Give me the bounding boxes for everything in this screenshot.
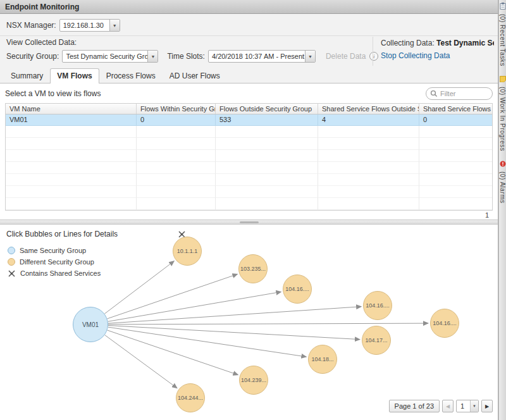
chevron-down-icon[interactable]: ▼ [305,51,315,62]
flow-node-target[interactable]: 10.1.1.1 [173,237,202,266]
chevron-down-icon[interactable]: ▼ [470,400,478,412]
time-slots-value: 4/20/2018 10:37 AM - Present [209,51,305,62]
next-arrow-icon: ▶ [485,404,489,409]
column-header-flows-outside[interactable]: Flows Outside Security Group [216,104,318,114]
nsx-manager-dropdown[interactable]: 192.168.1.30 ▼ [59,19,120,32]
sidebar-tab-label: (0) Work In Progress [499,87,506,151]
search-icon [430,90,438,97]
nsx-manager-label: NSX Manager: [6,21,56,30]
flow-graph-panel: Click Bubbles or Lines for Details Same … [0,225,498,420]
nsx-manager-row: NSX Manager: 192.168.1.30 ▼ [6,18,491,33]
flow-node-target[interactable]: 104.16.... [363,291,392,320]
tab-summary[interactable]: Summary [4,68,50,83]
vm-flows-table: VM Name Flows Within Security Group Flow… [5,103,493,211]
filter-input[interactable] [440,90,487,97]
page-title: Endpoint Monitoring [5,3,79,11]
cell-flows-outside: 533 [216,114,318,126]
caret-glyph: ▼ [472,404,476,408]
table-row-empty [6,174,492,186]
flow-node-target[interactable]: 104.18... [308,345,337,374]
table-row-empty [6,198,492,210]
splitter-grip-icon [240,221,259,223]
column-header-shared-within[interactable]: Shared Service Flows Within Sec [419,104,492,114]
table-caption-row: Select a VM to view its flows [0,83,498,103]
table-row-vm01[interactable]: VM01 0 533 4 0 [6,114,492,126]
flow-node-target[interactable]: 104.17... [362,326,391,355]
column-header-shared-outside[interactable]: Shared Service Flows Outside Security [318,104,419,114]
flow-node-target[interactable]: 104.16.... [430,309,459,338]
tab-vm-flows[interactable]: VM Flows [50,68,99,83]
collecting-data-value: Test Dynamic Security [436,39,494,47]
next-page-button[interactable]: ▶ [481,400,493,412]
tab-ad-user-flows[interactable]: AD User Flows [163,68,227,83]
flow-node-target[interactable]: 104.16.... [283,275,312,304]
table-row-empty [6,150,492,162]
current-page-value: 1 [457,400,470,412]
flow-node-target[interactable]: 104.244... [176,383,205,412]
recent-tasks-icon [500,3,506,11]
page-number-select[interactable]: 1 ▼ [456,400,479,412]
cell-shared-within: 0 [419,114,492,126]
sidebar-tab-work-in-progress[interactable]: (0) Work In Progress [499,75,506,151]
column-header-vm-name[interactable]: VM Name [6,104,137,114]
graph-pagination: Page 1 of 23 ◀ 1 ▼ ▶ [386,400,493,412]
security-group-dropdown[interactable]: Test Dynamic Security Gro ▼ [62,50,158,63]
table-row-empty [6,138,492,150]
page-indicator-button[interactable]: Page 1 of 23 [389,400,440,412]
toolbar-divider [0,35,498,36]
table-header-row: VM Name Flows Within Security Group Flow… [6,104,492,114]
time-slots-label: Time Slots: [167,52,205,61]
nsx-manager-value: 192.168.1.30 [60,20,109,31]
collecting-data-status: Collecting Data: Test Dynamic Security [381,39,494,47]
security-group-label: Security Group: [6,52,59,61]
stop-collecting-data-link[interactable]: Stop Collecting Data [381,51,450,60]
table-row-empty [6,186,492,198]
caret-glyph: ▼ [113,23,117,28]
table-page-count: 1 [485,211,489,219]
collecting-data-label: Collecting Data: [381,39,435,47]
time-slots-dropdown[interactable]: 4/20/2018 10:37 AM - Present ▼ [208,50,316,63]
filter-box[interactable] [426,87,493,100]
collecting-data-block: Collecting Data: Test Dynamic Security S… [373,37,494,66]
cell-vm-name: VM01 [6,114,137,126]
toolbar: NSX Manager: 192.168.1.30 ▼ View Collect… [0,14,498,67]
delete-data-button[interactable]: Delete Data [326,52,366,61]
prev-arrow-icon: ◀ [446,404,450,409]
table-caption: Select a VM to view its flows [5,89,101,98]
collapsed-side-panel-strip: (0) Recent Tasks (0) Work In Progress (0… [498,0,506,420]
chevron-down-icon[interactable]: ▼ [109,20,120,31]
flow-node-target[interactable]: 103.235... [238,254,268,283]
security-group-value: Test Dynamic Security Gro [63,51,147,62]
table-row-empty [6,126,492,138]
app-window: Endpoint Monitoring NSX Manager: 192.168… [0,0,506,420]
cell-shared-outside: 4 [318,114,419,126]
work-in-progress-icon [500,75,506,84]
endpoint-monitoring-panel: Endpoint Monitoring NSX Manager: 192.168… [0,0,498,420]
window-title-bar: Endpoint Monitoring [0,0,498,14]
sidebar-tab-label: (0) Alarms [499,171,506,204]
sidebar-tab-alarms[interactable]: (0) Alarms [499,160,506,204]
table-row-empty [6,162,492,174]
caret-glyph: ▼ [308,54,312,59]
flow-node-source-vm01[interactable]: VM01 [73,307,108,342]
sidebar-tab-recent-tasks[interactable]: (0) Recent Tasks [499,3,506,66]
cell-flows-within: 0 [137,114,216,126]
tab-bar: Summary VM Flows Process Flows AD User F… [0,67,498,83]
column-header-flows-within[interactable]: Flows Within Security Group [137,104,216,114]
previous-page-button[interactable]: ◀ [442,400,454,412]
chevron-down-icon[interactable]: ▼ [147,51,157,62]
panel-splitter[interactable] [0,219,498,225]
alarms-icon [500,160,506,169]
table-page-indicator: 1 [0,211,498,219]
flow-node-target[interactable]: 104.239... [239,366,268,395]
caret-glyph: ▼ [151,54,155,59]
sidebar-tab-label: (0) Recent Tasks [499,14,506,66]
tab-process-flows[interactable]: Process Flows [99,68,163,83]
